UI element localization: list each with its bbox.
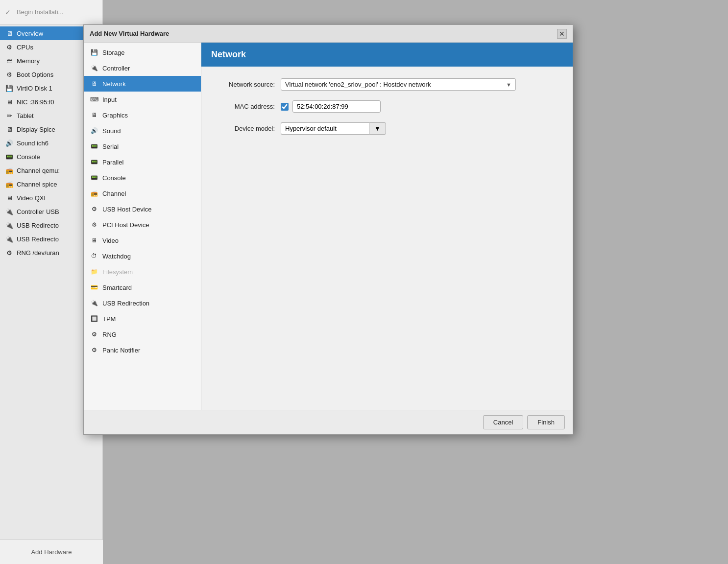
sidebar-label-display-spice: Display Spice (17, 126, 55, 133)
hw-label-usb-redirection: USB Redirection (102, 300, 149, 307)
hw-list-item-watchdog[interactable]: ⏱Watchdog (84, 248, 201, 264)
sidebar-icon-cpus: ⚙ (5, 43, 14, 51)
hw-list-item-controller[interactable]: 🔌Controller (84, 60, 201, 76)
check-icon: ✓ (5, 8, 13, 16)
device-model-input[interactable] (281, 122, 369, 135)
hw-label-usb-host: USB Host Device (102, 206, 151, 213)
sidebar-icon-channel-spice: 📻 (5, 180, 14, 188)
hw-label-input: Input (102, 96, 117, 103)
mac-address-input[interactable] (292, 100, 381, 113)
hw-label-watchdog: Watchdog (102, 253, 131, 260)
mac-address-group (281, 100, 381, 113)
sidebar-label-memory: Memory (17, 57, 40, 65)
sidebar-label-usb-redirect1: USB Redirecto (17, 222, 59, 229)
modal-title: Add New Virtual Hardware (90, 30, 169, 37)
hw-label-console: Console (102, 174, 126, 182)
hw-label-network: Network (102, 80, 126, 88)
add-hardware-label: Add Hardware (31, 548, 72, 556)
hw-label-controller: Controller (102, 65, 130, 72)
hw-icon-storage: 💾 (90, 48, 98, 57)
cancel-button[interactable]: Cancel (483, 415, 523, 429)
hw-label-panic-notifier: Panic Notifier (102, 347, 140, 354)
sidebar-label-virtio-disk: VirtIO Disk 1 (17, 85, 52, 92)
hw-list-item-panic-notifier[interactable]: ⚙Panic Notifier (84, 342, 201, 358)
sidebar-label-overview: Overview (17, 30, 43, 37)
sidebar-label-boot-options: Boot Options (17, 71, 53, 78)
mac-address-row: MAC address: (211, 100, 563, 113)
hw-list-item-filesystem: 📁Filesystem (84, 264, 201, 280)
add-hardware-dialog: Add New Virtual Hardware ✕ 💾Storage🔌Cont… (83, 24, 573, 435)
hw-list-item-sound[interactable]: 🔊Sound (84, 123, 201, 139)
hw-list-item-usb-redirection[interactable]: 🔌USB Redirection (84, 295, 201, 311)
hw-label-smartcard: Smartcard (102, 284, 132, 291)
hw-icon-console: 📟 (90, 173, 98, 182)
hw-list-item-rng[interactable]: ⚙RNG (84, 327, 201, 342)
hw-icon-graphics: 🖥 (90, 111, 98, 119)
sidebar-icon-sound-ich6: 🔊 (5, 139, 14, 147)
hw-list-item-video[interactable]: 🖥Video (84, 233, 201, 248)
sidebar-label-nic: NIC :36:95:f0 (17, 98, 54, 106)
content-body: Network source: Virtual network 'eno2_sr… (201, 67, 573, 410)
sidebar-icon-usb-redirect2: 🔌 (5, 235, 14, 243)
hw-list-item-parallel[interactable]: 📟Parallel (84, 154, 201, 170)
hw-icon-parallel: 📟 (90, 158, 98, 166)
hw-label-sound: Sound (102, 127, 121, 135)
hw-icon-filesystem: 📁 (90, 267, 98, 276)
hw-label-parallel: Parallel (102, 159, 123, 166)
sidebar-label-usb-redirect2: USB Redirecto (17, 235, 59, 243)
modal-footer: Cancel Finish (84, 410, 573, 434)
sidebar-icon-virtio-disk: 💾 (5, 84, 14, 93)
hw-icon-network: 🖥 (90, 79, 98, 88)
sidebar-label-channel-spice: Channel spice (17, 181, 57, 188)
sidebar-icon-overview: 🖥 (5, 29, 14, 38)
hw-icon-watchdog: ⏱ (90, 252, 98, 260)
sidebar-icon-video-qxl: 🖥 (5, 193, 14, 202)
close-button[interactable]: ✕ (557, 29, 567, 39)
hw-icon-smartcard: 💳 (90, 283, 98, 292)
hw-icon-usb-host: ⚙ (90, 205, 98, 213)
hw-list-item-pci-host[interactable]: ⚙PCI Host Device (84, 217, 201, 233)
hw-icon-usb-redirection: 🔌 (90, 299, 98, 307)
hw-label-graphics: Graphics (102, 112, 128, 119)
hw-icon-video: 🖥 (90, 236, 98, 245)
hw-list-item-serial[interactable]: 📟Serial (84, 139, 201, 154)
hw-icon-controller: 🔌 (90, 64, 98, 72)
sidebar-icon-controller-usb: 🔌 (5, 207, 14, 216)
network-source-value: Virtual network 'eno2_sriov_pool' : Host… (285, 81, 431, 88)
hw-list-item-channel[interactable]: 📻Channel (84, 186, 201, 201)
sidebar-label-console: Console (17, 153, 40, 161)
sidebar-label-channel-qemu: Channel qemu: (17, 167, 60, 174)
hw-label-storage: Storage (102, 49, 125, 56)
sidebar-icon-channel-qemu: 📻 (5, 166, 14, 175)
hw-list-item-usb-host[interactable]: ⚙USB Host Device (84, 201, 201, 217)
add-hardware-bar: Add Hardware (0, 540, 103, 564)
hw-list-item-graphics[interactable]: 🖥Graphics (84, 107, 201, 123)
hw-list-item-smartcard[interactable]: 💳Smartcard (84, 280, 201, 295)
hw-icon-channel: 📻 (90, 189, 98, 198)
mac-address-checkbox[interactable] (281, 103, 289, 111)
hw-list-item-storage[interactable]: 💾Storage (84, 45, 201, 60)
hw-list-item-input[interactable]: ⌨Input (84, 92, 201, 107)
mac-address-label: MAC address: (211, 103, 275, 110)
modal-body: 💾Storage🔌Controller🖥Network⌨Input🖥Graphi… (84, 43, 573, 410)
hw-list-panel: 💾Storage🔌Controller🖥Network⌨Input🖥Graphi… (84, 43, 201, 410)
hw-label-pci-host: PCI Host Device (102, 221, 149, 229)
device-model-label: Device model: (211, 125, 275, 132)
device-model-row: Device model: ▼ (211, 122, 563, 135)
hw-list-item-console[interactable]: 📟Console (84, 170, 201, 186)
bg-toolbar-text: Begin Installati... (17, 8, 63, 16)
hw-icon-panic-notifier: ⚙ (90, 346, 98, 354)
hw-list-item-tpm[interactable]: 🔲TPM (84, 311, 201, 327)
device-model-group: ▼ (281, 122, 386, 135)
finish-button[interactable]: Finish (527, 415, 565, 429)
hw-icon-tpm: 🔲 (90, 314, 98, 323)
hw-label-tpm: TPM (102, 315, 116, 323)
hw-list-item-network[interactable]: 🖥Network (84, 76, 201, 92)
modal-titlebar: Add New Virtual Hardware ✕ (84, 25, 573, 43)
sidebar-icon-rng: ⚙ (5, 248, 14, 257)
hw-icon-pci-host: ⚙ (90, 220, 98, 229)
sidebar-label-video-qxl: Video QXL (17, 194, 48, 202)
network-source-dropdown[interactable]: Virtual network 'eno2_sriov_pool' : Host… (281, 78, 516, 91)
sidebar-icon-memory: 🗃 (5, 56, 14, 65)
device-model-dropdown-btn[interactable]: ▼ (369, 122, 386, 135)
